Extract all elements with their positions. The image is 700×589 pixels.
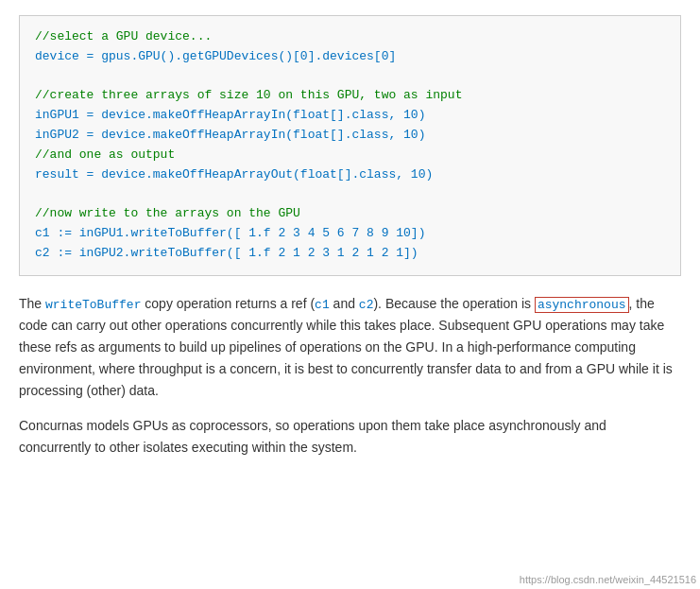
code-comment-1: //select a GPU device...: [35, 29, 212, 43]
para1-highlighted-word: asynchronous: [535, 297, 629, 313]
watermark: https://blog.csdn.net/weixin_44521516: [520, 574, 696, 585]
code-line-4: inGPU1 = device.makeOffHeapArrayIn(float…: [35, 108, 425, 122]
code-comment-3: //and one as output: [35, 147, 175, 162]
code-line-7: c1 := inGPU1.writeToBuffer([ 1.f 2 3 4 5…: [35, 226, 425, 240]
code-block: //select a GPU device... device = gpus.G…: [19, 15, 681, 276]
paragraph-1: The writeToBuffer copy operation returns…: [19, 293, 681, 403]
para1-text-4: ). Because the operation is: [373, 296, 534, 311]
para1-inline-code-1: writeToBuffer: [45, 298, 141, 312]
para1-text-3: and: [330, 296, 359, 311]
code-comment-2: //create three arrays of size 10 on this…: [35, 88, 462, 102]
para1-inline-code-2: c1: [315, 298, 330, 312]
code-line-5: inGPU2 = device.makeOffHeapArrayIn(float…: [35, 128, 425, 142]
para1-inline-code-3: c2: [359, 298, 374, 312]
paragraph-2: Concurnas models GPUs as coprocessors, s…: [19, 415, 681, 459]
para1-text-1: The: [19, 296, 45, 311]
para1-text-2: copy operation returns a ref (: [141, 296, 315, 311]
code-line-8: c2 := inGPU2.writeToBuffer([ 1.f 2 1 2 3…: [35, 246, 418, 260]
code-line-6: result = device.makeOffHeapArrayOut(floa…: [35, 167, 433, 182]
prose-section: The writeToBuffer copy operation returns…: [19, 293, 681, 459]
code-comment-4: //now write to the arrays on the GPU: [35, 206, 300, 220]
code-line-2: device = gpus.GPU().getGPUDevices()[0].d…: [35, 49, 396, 63]
